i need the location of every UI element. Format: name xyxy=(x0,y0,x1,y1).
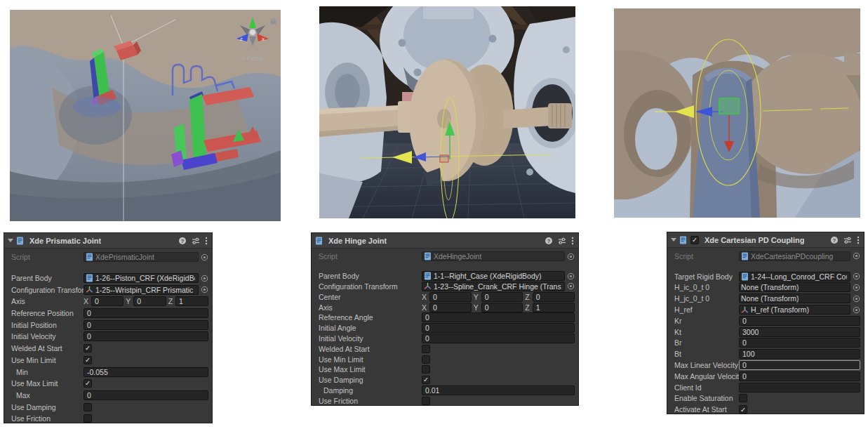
checkbox[interactable] xyxy=(422,365,430,374)
value-field[interactable]: 0 xyxy=(429,292,472,302)
object-field[interactable]: XdeCartesianPDcoupling xyxy=(739,251,850,261)
help-icon[interactable]: ? xyxy=(830,236,839,244)
checkbox[interactable] xyxy=(739,394,747,402)
value-field[interactable]: 0 xyxy=(84,308,208,318)
object-picker-icon[interactable] xyxy=(201,275,208,282)
object-field[interactable]: XdePrismaticJoint xyxy=(84,252,199,262)
checkbox[interactable]: ✓ xyxy=(422,376,430,384)
menu-icon[interactable] xyxy=(205,237,208,245)
svg-text:?: ? xyxy=(547,237,551,244)
object-field[interactable]: 1-24--Long_Conrod_CRF Coupl xyxy=(739,272,850,282)
checkbox[interactable]: ✓ xyxy=(739,405,747,414)
object-field[interactable]: 1-23--Spline_Crank_CRF Hinge (Transform) xyxy=(422,282,565,291)
value-field[interactable]: 3000 xyxy=(739,327,860,337)
value-field[interactable]: 0 xyxy=(739,316,860,326)
svg-text:?: ? xyxy=(833,237,836,243)
gizmo-z-label: Z xyxy=(240,37,243,41)
property-label: H_ic_0_t 0 xyxy=(674,283,739,291)
inspector-row: Br0 xyxy=(667,338,864,349)
help-icon[interactable]: ? xyxy=(545,237,553,245)
object-field[interactable]: 1-1--Right_Case (XdeRigidBody) xyxy=(422,271,565,281)
object-field[interactable]: None (Transform) xyxy=(739,293,850,303)
transform-icon xyxy=(741,306,749,314)
value-field[interactable]: 0 xyxy=(533,292,575,302)
object-picker-icon[interactable] xyxy=(567,272,575,280)
menu-icon[interactable] xyxy=(571,237,574,245)
checkbox[interactable] xyxy=(422,345,430,353)
value-field[interactable]: 0 xyxy=(422,312,575,322)
property-label: Max Linear Velocity xyxy=(674,361,739,369)
value-field[interactable]: -0.055 xyxy=(84,367,208,377)
green-plane-handle[interactable] xyxy=(719,98,739,114)
inspector-panel-hinge-joint: Xde Hinge Joint?ScriptXdeHingeJointParen… xyxy=(311,232,579,406)
value-field[interactable]: 0 xyxy=(429,303,472,312)
object-picker-icon[interactable] xyxy=(201,253,208,261)
object-picker-icon[interactable] xyxy=(853,306,860,314)
object-picker-icon[interactable] xyxy=(853,284,860,291)
value-field[interactable]: 0 xyxy=(422,334,575,343)
value-field[interactable]: 0 xyxy=(91,296,123,306)
object-picker-icon[interactable] xyxy=(201,286,208,293)
object-field[interactable]: None (Transform) xyxy=(739,282,850,292)
property-label: Axis xyxy=(11,297,84,305)
property-label: Initial Angle xyxy=(319,324,422,332)
property-label: Configuration Transform xyxy=(11,286,84,294)
menu-icon[interactable] xyxy=(857,236,860,244)
presets-icon[interactable] xyxy=(192,237,200,245)
value-field[interactable]: 1 xyxy=(175,296,208,306)
inspector-row: Reference Position0 xyxy=(4,308,212,319)
scene-view-prismatic-joint[interactable]: Z X < Persp xyxy=(10,10,281,221)
object-picker-icon[interactable] xyxy=(567,253,575,260)
presets-icon[interactable] xyxy=(558,237,566,245)
property-label: Max xyxy=(11,391,84,400)
axis-label: Z xyxy=(525,303,529,312)
inspector-row: H_jc_0_t 0None (Transform) xyxy=(667,293,864,304)
checkbox[interactable]: ✓ xyxy=(84,379,92,388)
object-picker-icon[interactable] xyxy=(853,252,860,260)
object-field[interactable]: 1-25--Wristpin_CRF Prismatic (1 xyxy=(84,285,199,295)
help-icon[interactable]: ? xyxy=(178,237,187,245)
value-field[interactable]: 0 xyxy=(84,390,208,400)
value-field[interactable]: 0 xyxy=(481,292,523,302)
value-field[interactable]: 0 xyxy=(739,360,860,370)
value-field[interactable]: 0 xyxy=(739,371,860,381)
component-header: ✓Xde Cartesian PD Coupling? xyxy=(667,232,864,248)
value-field[interactable]: 0 xyxy=(739,338,860,348)
checkbox[interactable]: ✓ xyxy=(84,344,92,352)
checkbox[interactable] xyxy=(84,414,92,423)
presets-icon[interactable] xyxy=(843,236,852,244)
object-field[interactable]: XdeHingeJoint xyxy=(422,251,565,261)
property-label: Welded At Start xyxy=(11,344,84,352)
scene-view-cartesian-coupling[interactable] xyxy=(614,8,860,218)
value-field[interactable]: 0 xyxy=(84,320,208,330)
checkbox[interactable] xyxy=(84,403,92,411)
property-label: Parent Body xyxy=(319,272,422,280)
object-picker-icon[interactable] xyxy=(853,272,860,280)
checkbox[interactable]: ✓ xyxy=(84,356,92,364)
object-field[interactable]: 1-26--Piston_CRF (XdeRigidBoc xyxy=(84,273,199,283)
foldout-arrow-icon[interactable] xyxy=(671,238,676,242)
value-field[interactable]: 0 xyxy=(84,331,208,341)
value-field[interactable]: 0 xyxy=(481,303,523,312)
axis-label: Y xyxy=(126,297,131,305)
object-picker-icon[interactable] xyxy=(567,282,575,290)
scene-view-hinge-joint[interactable] xyxy=(319,6,575,218)
value-field[interactable]: 100 xyxy=(739,349,860,359)
property-label: Initial Velocity xyxy=(319,334,422,343)
red-center-handle[interactable] xyxy=(440,155,448,162)
inspector-row: Welded At Start xyxy=(312,343,578,354)
value-field[interactable]: 0.01 xyxy=(422,385,575,395)
value-field[interactable]: 0 xyxy=(133,296,166,306)
value-field[interactable] xyxy=(739,383,860,392)
object-picker-icon[interactable] xyxy=(853,295,860,303)
perspective-label[interactable]: < Persp xyxy=(241,55,263,62)
foldout-arrow-icon[interactable] xyxy=(8,239,13,242)
component-enabled-checkbox[interactable]: ✓ xyxy=(690,236,699,244)
value-field[interactable]: 1 xyxy=(533,303,575,312)
checkbox[interactable] xyxy=(422,355,430,364)
checkbox[interactable] xyxy=(422,397,430,405)
value-field[interactable]: 0 xyxy=(422,323,575,333)
object-field[interactable]: H_ref (Transform) xyxy=(739,305,850,315)
inspector-row: Reference Angle0 xyxy=(312,312,578,323)
component-script-icon xyxy=(315,237,323,245)
